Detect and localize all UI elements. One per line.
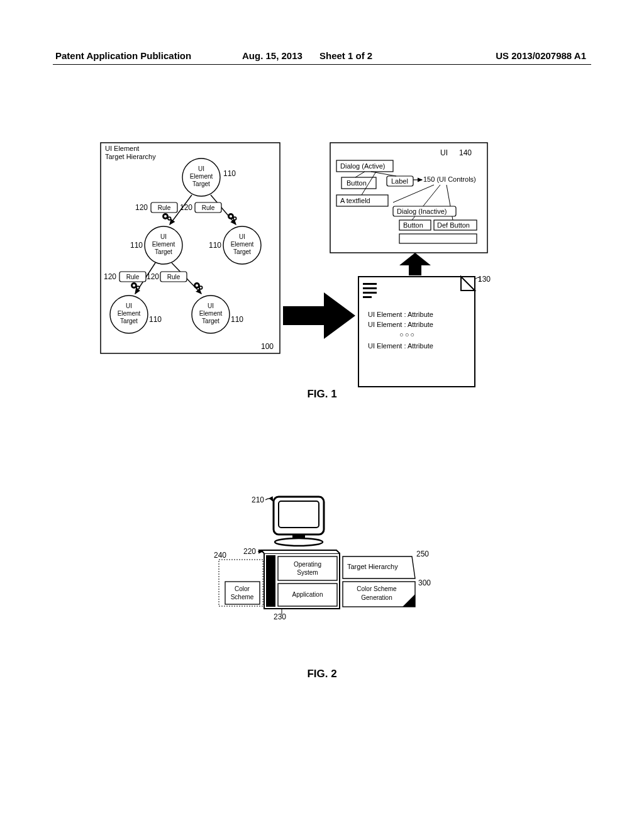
svg-text:120: 120 xyxy=(147,272,159,281)
svg-text:UI: UI xyxy=(239,233,245,240)
svg-rect-59 xyxy=(266,555,275,607)
svg-text:Target: Target xyxy=(155,248,172,255)
hierarchy-title-1: UI Element xyxy=(105,145,139,152)
svg-text:Element: Element xyxy=(118,310,141,317)
svg-text:Target: Target xyxy=(192,180,210,187)
figure-1: UI Element Target Hierarchy UI Element T… xyxy=(97,140,538,404)
svg-point-7 xyxy=(169,218,170,219)
svg-text:Def Button: Def Button xyxy=(437,221,470,229)
svg-rect-50 xyxy=(363,296,372,298)
ref-120: 120 xyxy=(135,203,148,212)
svg-text:Rule: Rule xyxy=(202,204,215,211)
header-divider xyxy=(53,64,591,65)
svg-point-12 xyxy=(234,218,236,219)
ref-250: 250 xyxy=(416,550,429,558)
svg-text:Target: Target xyxy=(233,248,251,255)
svg-text:Dialog (Inactive): Dialog (Inactive) xyxy=(397,208,447,215)
svg-text:UI Element : Attribute: UI Element : Attribute xyxy=(368,342,433,350)
svg-text:Target Hierarchy: Target Hierarchy xyxy=(347,563,398,570)
svg-text:A textfield: A textfield xyxy=(340,197,370,204)
svg-text:Dialog (Active): Dialog (Active) xyxy=(340,162,386,170)
svg-text:Element: Element xyxy=(199,310,223,317)
ref-110: 110 xyxy=(209,241,221,250)
svg-text:Label: Label xyxy=(391,177,408,185)
svg-text:Scheme: Scheme xyxy=(231,594,254,600)
svg-point-24 xyxy=(137,287,139,289)
hierarchy-title-2: Target Hierarchy xyxy=(105,153,156,160)
figure-1-caption: FIG. 1 xyxy=(0,388,644,401)
svg-text:UI: UI xyxy=(198,165,204,172)
figure-2-caption: FIG. 2 xyxy=(0,668,644,680)
svg-text:Element: Element xyxy=(152,241,175,248)
svg-point-30 xyxy=(200,287,202,289)
ref-140: 140 xyxy=(459,148,472,157)
svg-text:UI: UI xyxy=(208,302,214,309)
ref-300: 300 xyxy=(418,578,431,587)
svg-text:Button: Button xyxy=(403,221,423,229)
document-icon xyxy=(358,277,475,387)
svg-text:Rule: Rule xyxy=(126,274,140,280)
svg-text:Target: Target xyxy=(120,318,138,324)
svg-text:Target: Target xyxy=(202,318,219,324)
gear-icon xyxy=(131,282,140,290)
publication-number: US 2013/0207988 A1 xyxy=(496,50,586,61)
svg-rect-47 xyxy=(363,283,377,285)
svg-text:System: System xyxy=(297,569,318,576)
svg-text:UI: UI xyxy=(126,302,132,309)
ref-230: 230 xyxy=(274,612,286,621)
empty-row xyxy=(399,234,477,243)
svg-text:Color Scheme: Color Scheme xyxy=(357,585,397,592)
ref-110-root: 110 xyxy=(223,169,236,178)
svg-point-28 xyxy=(196,284,198,287)
svg-text:Element: Element xyxy=(231,241,254,248)
svg-text:110: 110 xyxy=(149,315,162,324)
ref-100: 100 xyxy=(261,342,274,351)
gear-icon xyxy=(194,282,203,290)
publication-label: Patent Application Publication xyxy=(55,50,191,61)
flow-arrow-up xyxy=(399,253,431,275)
svg-text:Element: Element xyxy=(190,173,213,180)
svg-text:Rule: Rule xyxy=(167,274,180,280)
os-box xyxy=(278,556,337,580)
svg-point-5 xyxy=(164,215,167,218)
monitor-icon xyxy=(274,497,324,546)
svg-text:Generation: Generation xyxy=(361,594,392,601)
svg-rect-56 xyxy=(279,501,319,528)
svg-point-22 xyxy=(133,284,135,287)
flow-arrow-right xyxy=(283,292,355,339)
ref-150: 150 (UI Controls) xyxy=(423,175,476,183)
svg-text:120: 120 xyxy=(104,272,116,281)
svg-text:Rule: Rule xyxy=(158,204,171,211)
ref-240: 240 xyxy=(214,551,226,560)
gear-icon xyxy=(162,213,171,221)
ref-220: 220 xyxy=(243,547,256,556)
sheet-number: Sheet 1 of 2 xyxy=(319,50,372,61)
svg-text:UI Element : Attribute: UI Element : Attribute xyxy=(368,321,433,328)
ref-120: 120 xyxy=(180,203,192,212)
svg-text:110: 110 xyxy=(231,315,243,324)
gear-icon xyxy=(228,213,236,221)
svg-rect-49 xyxy=(363,292,377,294)
svg-text:Button: Button xyxy=(347,179,367,187)
ref-110: 110 xyxy=(130,241,143,250)
svg-text:UI: UI xyxy=(160,233,167,240)
ref-210: 210 xyxy=(252,495,264,504)
svg-point-58 xyxy=(275,538,323,546)
svg-rect-48 xyxy=(363,287,377,289)
svg-text:○○○: ○○○ xyxy=(399,331,416,338)
figure-2: 210 220 Operating System Application 230… xyxy=(214,494,440,645)
svg-text:Application: Application xyxy=(292,591,323,598)
ui-label: UI xyxy=(440,148,448,157)
svg-text:Operating: Operating xyxy=(294,561,321,568)
svg-text:UI Element : Attribute: UI Element : Attribute xyxy=(368,311,433,318)
svg-text:Color: Color xyxy=(235,585,250,592)
publication-date: Aug. 15, 2013 xyxy=(242,50,303,61)
svg-point-10 xyxy=(230,215,232,218)
